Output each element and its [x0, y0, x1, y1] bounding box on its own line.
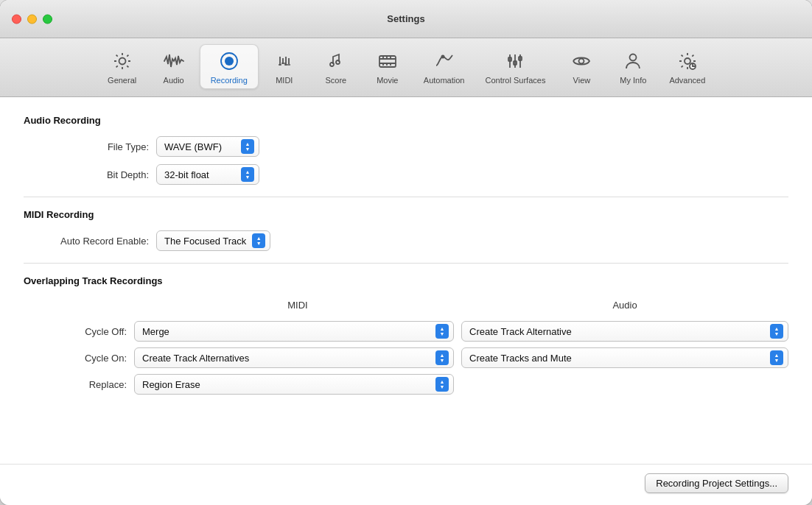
bit-depth-arrows — [241, 167, 254, 182]
toolbar: General Audio Recording — [0, 38, 812, 97]
tab-midi[interactable]: MIDI — [259, 45, 310, 88]
automation-icon — [433, 49, 456, 73]
cycle-off-audio-select[interactable]: Create Track Alternative — [461, 321, 788, 342]
replace-midi-cell: Region Erase — [134, 371, 461, 398]
auto-record-value: The Focused Track — [164, 236, 246, 247]
cycle-on-midi-cell: Create Track Alternatives — [134, 345, 461, 371]
tab-midi-label: MIDI — [276, 76, 293, 85]
tab-my-info[interactable]: My Info — [607, 45, 659, 88]
cycle-off-midi-value: Merge — [142, 326, 169, 337]
waveform-icon — [162, 49, 186, 73]
tab-audio[interactable]: Audio — [148, 45, 200, 88]
cycle-off-midi-cell: Merge — [134, 318, 461, 345]
replace-midi-arrows — [435, 377, 449, 392]
replace-midi-value: Region Erase — [142, 379, 200, 390]
overlap-grid: MIDI Audio Cycle Off: Merge Create Track… — [24, 297, 788, 398]
auto-record-select[interactable]: The Focused Track — [156, 230, 270, 251]
tab-advanced[interactable]: Advanced — [659, 45, 715, 88]
replace-audio-cell — [461, 381, 788, 387]
footer-bar: Recording Project Settings... — [0, 464, 812, 505]
cycle-off-label: Cycle Off: — [24, 323, 134, 340]
overlapping-title: Overlapping Track Recordings — [24, 275, 788, 286]
traffic-lights — [12, 14, 52, 24]
tab-general[interactable]: General — [97, 45, 148, 88]
col-midi-header: MIDI — [134, 297, 461, 318]
tab-view-label: View — [573, 76, 591, 85]
svg-point-6 — [441, 55, 444, 59]
tab-recording-label: Recording — [211, 76, 248, 85]
auto-record-label: Auto Record Enable: — [38, 236, 149, 247]
tab-automation-label: Automation — [424, 76, 465, 85]
midi-recording-title: MIDI Recording — [24, 209, 788, 220]
svg-point-14 — [630, 54, 637, 61]
bit-depth-row: Bit Depth: 32-bit float — [24, 164, 788, 185]
overlapping-section: Overlapping Track Recordings MIDI Audio … — [24, 275, 788, 398]
cycle-on-audio-cell: Create Tracks and Mute — [461, 345, 788, 371]
tab-movie-label: Movie — [377, 76, 398, 85]
svg-point-2 — [225, 57, 234, 66]
person-icon — [621, 49, 645, 73]
svg-point-15 — [685, 58, 690, 64]
recording-project-settings-button[interactable]: Recording Project Settings... — [645, 473, 788, 493]
tab-my-info-label: My Info — [620, 76, 646, 85]
file-type-row: File Type: WAVE (BWF) — [24, 136, 788, 157]
settings-window: Settings General Audio — [0, 0, 812, 505]
cycle-off-audio-arrows — [770, 324, 783, 339]
file-type-label: File Type: — [38, 141, 149, 152]
svg-rect-5 — [379, 56, 396, 67]
audio-recording-title: Audio Recording — [24, 115, 788, 126]
cycle-on-label: Cycle On: — [24, 350, 134, 367]
svg-point-0 — [119, 58, 125, 65]
svg-point-13 — [579, 59, 584, 64]
auto-record-arrows — [252, 233, 265, 248]
titlebar: Settings — [0, 0, 812, 38]
maximize-button[interactable] — [43, 14, 52, 24]
tab-control-surfaces[interactable]: Control Surfaces — [475, 45, 556, 88]
divider-2 — [24, 263, 788, 264]
tab-score-label: Score — [325, 76, 346, 85]
advanced-gear-icon — [676, 49, 699, 73]
replace-midi-select[interactable]: Region Erase — [134, 374, 454, 395]
svg-point-4 — [336, 60, 340, 64]
cycle-off-audio-value: Create Track Alternative — [469, 326, 572, 337]
tab-audio-label: Audio — [164, 76, 184, 85]
score-icon — [324, 49, 348, 73]
file-type-select[interactable]: WAVE (BWF) — [156, 136, 259, 157]
cycle-on-audio-value: Create Tracks and Mute — [469, 353, 572, 364]
replace-label: Replace: — [24, 376, 134, 393]
cycle-on-audio-select[interactable]: Create Tracks and Mute — [461, 347, 788, 368]
content-area: Audio Recording File Type: WAVE (BWF) Bi… — [0, 97, 812, 464]
cycle-on-audio-arrows — [770, 350, 783, 365]
svg-point-3 — [330, 63, 334, 66]
tab-automation[interactable]: Automation — [413, 45, 475, 88]
tab-control-surfaces-label: Control Surfaces — [485, 76, 545, 85]
midi-icon — [273, 49, 296, 73]
cycle-on-midi-arrows — [435, 350, 449, 365]
bit-depth-label: Bit Depth: — [38, 169, 149, 180]
cycle-on-midi-select[interactable]: Create Track Alternatives — [134, 347, 454, 368]
auto-record-row: Auto Record Enable: The Focused Track — [24, 230, 788, 251]
tab-advanced-label: Advanced — [669, 76, 705, 85]
file-type-arrows — [241, 139, 254, 154]
tab-recording[interactable]: Recording — [200, 44, 259, 89]
cycle-off-audio-cell: Create Track Alternative — [461, 318, 788, 345]
tab-general-label: General — [108, 76, 136, 85]
eye-icon — [570, 49, 593, 73]
bit-depth-select[interactable]: 32-bit float — [156, 164, 259, 185]
audio-recording-section: Audio Recording File Type: WAVE (BWF) Bi… — [24, 115, 788, 185]
cycle-off-midi-select[interactable]: Merge — [134, 321, 454, 342]
minimize-button[interactable] — [27, 14, 37, 24]
tab-view[interactable]: View — [556, 45, 607, 88]
tab-movie[interactable]: Movie — [362, 45, 413, 88]
file-type-value: WAVE (BWF) — [164, 141, 222, 152]
tab-score[interactable]: Score — [310, 45, 362, 88]
movie-icon — [376, 49, 399, 73]
cycle-off-midi-arrows — [435, 324, 449, 339]
cycle-on-midi-value: Create Track Alternatives — [142, 353, 249, 364]
close-button[interactable] — [12, 14, 21, 24]
sliders-icon — [503, 49, 527, 73]
bit-depth-value: 32-bit float — [164, 169, 209, 180]
gear-icon — [111, 49, 134, 73]
window-title: Settings — [387, 13, 424, 24]
midi-recording-section: MIDI Recording Auto Record Enable: The F… — [24, 209, 788, 251]
